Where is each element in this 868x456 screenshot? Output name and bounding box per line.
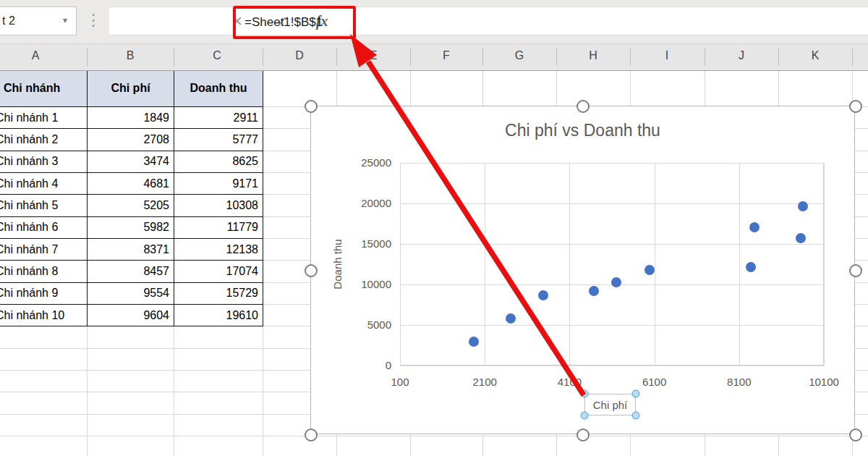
y-tick-label[interactable]: 15000 bbox=[341, 237, 391, 250]
name-box[interactable]: t 2 ▾ bbox=[0, 7, 77, 35]
chart-handle-top-right[interactable] bbox=[849, 100, 862, 113]
chart-title[interactable]: Chi phí vs Doanh thu bbox=[311, 121, 854, 140]
column-headers[interactable]: ABCDEFGHIJK bbox=[0, 43, 868, 71]
textbox-handle-bottom-right[interactable] bbox=[632, 412, 640, 420]
plot-gridline bbox=[655, 163, 655, 366]
table-cell[interactable]: 5777 bbox=[174, 129, 263, 151]
x-tick-label[interactable]: 10100 bbox=[793, 376, 854, 388]
scatter-point[interactable] bbox=[611, 277, 621, 287]
y-tick-label[interactable]: 25000 bbox=[341, 156, 391, 169]
column-header-g[interactable]: G bbox=[515, 49, 524, 62]
x-tick-label[interactable]: 100 bbox=[370, 376, 430, 388]
table-cell[interactable]: 9554 bbox=[88, 283, 174, 305]
table-cell[interactable]: 9604 bbox=[88, 305, 174, 326]
table-cell[interactable]: 15729 bbox=[174, 283, 263, 305]
table-cell[interactable]: 5205 bbox=[88, 195, 174, 216]
column-header-d[interactable]: D bbox=[295, 49, 304, 62]
chart-handle-top-left[interactable] bbox=[305, 100, 318, 113]
chart-object[interactable]: Chi phí vs Doanh thu 1002100410061008100… bbox=[310, 106, 855, 434]
column-header-c[interactable]: C bbox=[213, 49, 221, 62]
column-header-b[interactable]: B bbox=[127, 49, 135, 62]
formula-input[interactable]: =Sheet1!$B$1 bbox=[236, 15, 323, 30]
table-cell[interactable]: 2708 bbox=[88, 129, 174, 151]
column-header-h[interactable]: H bbox=[589, 49, 597, 62]
y-axis-title[interactable]: Doanh thu bbox=[331, 221, 346, 308]
formula-input-panel[interactable]: ✕ ✓ fx bbox=[109, 7, 868, 35]
x-tick-label[interactable]: 2100 bbox=[454, 376, 515, 388]
table-cell[interactable]: Chi nhánh 7 bbox=[0, 239, 88, 261]
scatter-point[interactable] bbox=[644, 265, 655, 275]
sheet-grid[interactable]: Chi nhánhChi phíDoanh thuChi nhánh 11849… bbox=[0, 69, 868, 456]
plot-gridline bbox=[739, 163, 740, 366]
table-cell[interactable]: 17074 bbox=[174, 261, 263, 282]
x-axis-title-box[interactable]: Chi phí bbox=[584, 394, 636, 415]
table-cell[interactable]: 3474 bbox=[88, 151, 174, 173]
scatter-point[interactable] bbox=[749, 222, 760, 232]
column-separator bbox=[852, 48, 853, 66]
table-cell[interactable]: 12138 bbox=[174, 239, 263, 261]
chart-handle-top-center[interactable] bbox=[576, 100, 590, 113]
table-header-cell[interactable]: Chi nhánh bbox=[0, 70, 88, 107]
table-cell[interactable]: Chi nhánh 3 bbox=[0, 151, 88, 173]
table-row: Chi nhánh 118492911 bbox=[0, 107, 263, 129]
column-separator bbox=[556, 48, 557, 66]
chart-handle-bottom-center[interactable] bbox=[576, 428, 590, 442]
column-header-a[interactable]: A bbox=[32, 49, 40, 62]
column-header-j[interactable]: J bbox=[739, 49, 744, 62]
column-header-e[interactable]: E bbox=[370, 49, 378, 62]
more-options-icon[interactable]: ⋮ bbox=[85, 10, 101, 30]
plot-area[interactable] bbox=[400, 163, 824, 366]
table-cell[interactable]: 5982 bbox=[88, 217, 174, 239]
scatter-point[interactable] bbox=[506, 313, 516, 324]
table-cell[interactable]: 8457 bbox=[88, 261, 174, 282]
table-cell[interactable]: Chi nhánh 1 bbox=[0, 107, 88, 129]
table-cell[interactable]: 4681 bbox=[88, 173, 174, 195]
table-cell[interactable]: 10308 bbox=[174, 195, 263, 216]
x-tick-label[interactable]: 4100 bbox=[539, 376, 600, 388]
table-cell[interactable]: Chi nhánh 5 bbox=[0, 195, 88, 216]
table-cell[interactable]: 19610 bbox=[174, 305, 263, 326]
scatter-point[interactable] bbox=[798, 201, 808, 211]
scatter-point[interactable] bbox=[796, 233, 806, 243]
column-header-f[interactable]: F bbox=[443, 49, 450, 62]
scatter-point[interactable] bbox=[746, 262, 756, 272]
scatter-point[interactable] bbox=[469, 337, 479, 347]
column-separator bbox=[410, 48, 411, 66]
y-tick-label[interactable]: 5000 bbox=[341, 318, 391, 331]
chart-handle-middle-right[interactable] bbox=[849, 264, 862, 277]
table-row: Chi nhánh 10960419610 bbox=[0, 305, 263, 326]
scatter-point[interactable] bbox=[589, 286, 599, 296]
chart-handle-middle-left[interactable] bbox=[305, 264, 318, 277]
table-cell[interactable]: Chi nhánh 8 bbox=[0, 261, 88, 282]
chart-handle-bottom-left[interactable] bbox=[305, 428, 318, 442]
table-cell[interactable]: Chi nhánh 2 bbox=[0, 129, 88, 151]
table-cell[interactable]: 9171 bbox=[174, 173, 263, 195]
table-row: Chi nhánh 8845717074 bbox=[0, 261, 263, 282]
chart-handle-bottom-right[interactable] bbox=[849, 428, 862, 442]
textbox-handle-bottom-left[interactable] bbox=[581, 412, 589, 420]
x-tick-label[interactable]: 8100 bbox=[709, 376, 770, 388]
scatter-point[interactable] bbox=[538, 290, 548, 300]
table-cell[interactable]: 8625 bbox=[174, 151, 263, 173]
y-tick-label[interactable]: 0 bbox=[341, 359, 391, 371]
table-header-cell[interactable]: Doanh thu bbox=[174, 70, 263, 107]
table-header-cell[interactable]: Chi phí bbox=[88, 70, 174, 107]
table-cell[interactable]: 8371 bbox=[88, 239, 174, 261]
table-cell[interactable]: 11779 bbox=[174, 217, 263, 239]
table-cell[interactable]: Chi nhánh 4 bbox=[0, 173, 88, 195]
column-header-i[interactable]: I bbox=[665, 49, 668, 62]
textbox-handle-top-left[interactable] bbox=[581, 390, 589, 398]
y-tick-label[interactable]: 20000 bbox=[341, 197, 391, 209]
table-cell[interactable]: 1849 bbox=[88, 107, 174, 129]
x-tick-label[interactable]: 6100 bbox=[624, 376, 685, 388]
table-row: Chi nhánh 6598211779 bbox=[0, 217, 263, 239]
column-header-k[interactable]: K bbox=[812, 49, 820, 62]
table-header-row: Chi nhánhChi phíDoanh thu bbox=[0, 70, 263, 107]
table-cell[interactable]: Chi nhánh 6 bbox=[0, 217, 88, 239]
y-tick-label[interactable]: 10000 bbox=[341, 278, 391, 290]
table-cell[interactable]: 2911 bbox=[174, 107, 263, 129]
textbox-handle-top-right[interactable] bbox=[632, 390, 640, 398]
table-cell[interactable]: Chi nhánh 10 bbox=[0, 305, 88, 326]
table-cell[interactable]: Chi nhánh 9 bbox=[0, 283, 88, 305]
name-box-dropdown-icon[interactable]: ▾ bbox=[63, 15, 67, 25]
